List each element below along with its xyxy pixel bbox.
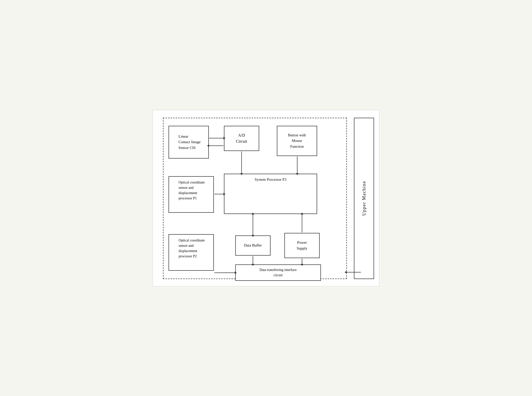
arrow-sp-to-buffer [253, 215, 253, 235]
upper-machine-label: Upper Machine [361, 181, 367, 216]
power-supply-block: Power Supply [284, 233, 320, 258]
optical-p1-block: Optical coordinate sensor and displaceme… [169, 176, 214, 213]
ad-label: A/D Circuit [236, 132, 247, 144]
system-processor-block: System Processor P3 [224, 174, 317, 214]
cis-label: Linear Contact Image Sensor CIS [179, 134, 201, 151]
arrow-p1-to-sp [214, 194, 223, 194]
button-mouse-block: Button with Mouse Function [277, 126, 317, 156]
arrow-ad-to-cis [209, 145, 223, 146]
button-mouse-label: Button with Mouse Function [288, 132, 306, 149]
arrow-ps-to-transfer [302, 259, 302, 264]
ad-circuit-block: A/D Circuit [224, 126, 259, 151]
arrow-um-to-transfer [347, 272, 361, 272]
data-buffer-block: Data Buffer [235, 235, 271, 256]
cis-block: Linear Contact Image Sensor CIS [169, 126, 209, 159]
arrow-ad-to-sp [241, 151, 242, 173]
arrow-p2-to-transfer [214, 272, 235, 273]
main-container: Linear Contact Image Sensor CIS A/D Circ… [163, 118, 347, 279]
optical-p1-label: Optical coordinate sensor and displaceme… [179, 180, 205, 201]
optical-p2-block: Optical coordinate sensor and displaceme… [169, 234, 214, 271]
arrow-ps-to-sp [302, 215, 302, 232]
arrow-cis-to-ad [209, 138, 223, 138]
data-buffer-label: Data Buffer [244, 242, 262, 248]
arrow-buffer-to-transfer [253, 256, 253, 264]
optical-p2-label: Optical coordinate sensor and displaceme… [179, 238, 205, 259]
system-processor-label: System Processor P3 [255, 177, 286, 182]
power-supply-label: Power Supply [297, 240, 308, 251]
page: Linear Contact Image Sensor CIS A/D Circ… [153, 110, 379, 286]
arrow-button-to-sp [297, 157, 297, 173]
data-transfer-block: Data transferring interface circuit [235, 264, 321, 281]
data-transfer-label: Data transferring interface circuit [259, 267, 297, 278]
upper-machine-box: Upper Machine [354, 118, 374, 279]
